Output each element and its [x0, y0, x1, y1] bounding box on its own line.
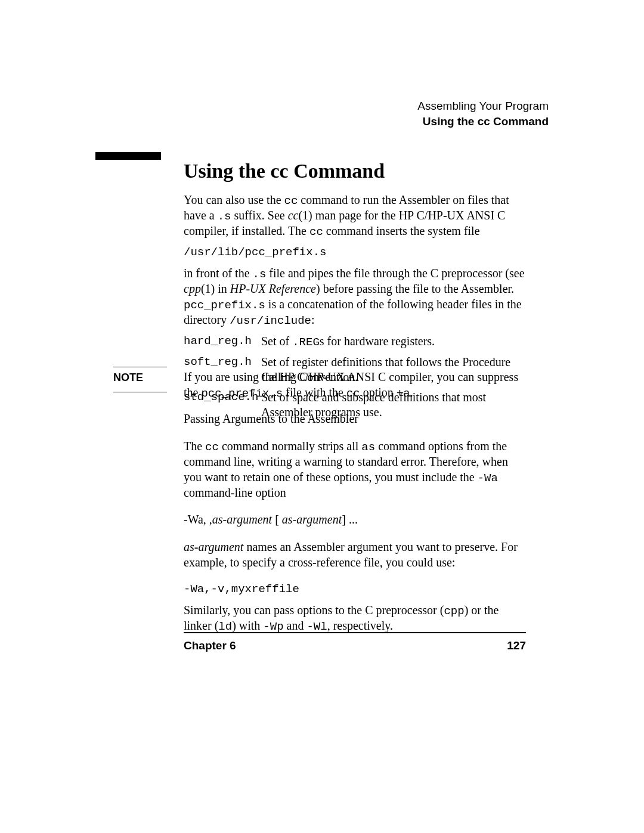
- page-footer: Chapter 6 127: [184, 639, 526, 652]
- emphasis: cpp: [184, 282, 201, 295]
- inline-code: -Wl: [306, 620, 327, 633]
- inline-code: as: [361, 441, 375, 454]
- subsection-title: Passing Arguments to the Assembler: [184, 411, 526, 427]
- text: option: [360, 386, 397, 399]
- emphasis: HP-UX Reference: [230, 282, 316, 295]
- inline-code: .s: [253, 268, 267, 281]
- text: -Wa, ,: [184, 513, 212, 526]
- emphasis: cc: [288, 209, 299, 222]
- running-head-chapter: Assembling Your Program: [417, 98, 549, 114]
- definition-row: hard_reg.h Set of .REGs for hardware reg…: [184, 334, 526, 349]
- inline-code: +a: [397, 387, 410, 400]
- text: Similarly, you can pass options to the C…: [184, 603, 444, 617]
- running-head-section: Using the cc Command: [417, 114, 549, 129]
- inline-code: cc: [309, 225, 323, 239]
- footer-chapter: Chapter 6: [184, 639, 236, 652]
- running-head: Assembling Your Program Using the cc Com…: [417, 98, 549, 129]
- text: (1) in: [201, 282, 230, 295]
- inline-code: pcc_prefix.s: [201, 387, 283, 400]
- text: ) with: [232, 619, 263, 632]
- text: Set of: [261, 335, 292, 348]
- paragraph: Similarly, you can pass options to the C…: [184, 603, 526, 634]
- inline-code: cc: [284, 194, 298, 208]
- paragraph: in front of the .s file and pipes the fi…: [184, 266, 526, 329]
- text: The: [184, 439, 205, 453]
- note-rule: [113, 367, 167, 367]
- emphasis: as-argument: [184, 540, 243, 553]
- text: file and pipes the file through the C pr…: [266, 267, 524, 280]
- footer-page-number: 127: [507, 639, 526, 652]
- definition-desc: Set of .REGs for hardware registers.: [261, 334, 526, 349]
- inline-code: -Wp: [263, 620, 283, 633]
- text: suffix. See: [231, 209, 287, 222]
- inline-code: .REG: [292, 336, 320, 349]
- paragraph: The cc command normally strips all as co…: [184, 439, 526, 501]
- code-block: -Wa,-v,myxreffile: [184, 582, 526, 596]
- inline-code: cc: [205, 441, 219, 454]
- emphasis: as-argument: [212, 513, 272, 526]
- inline-code: pcc_prefix.s: [184, 299, 265, 312]
- note-rule: [113, 392, 167, 392]
- inline-code: .s: [218, 210, 231, 223]
- definition-term: hard_reg.h: [184, 334, 261, 349]
- inline-code: /usr/include: [230, 314, 311, 327]
- inline-code: -Wa: [478, 472, 498, 485]
- note-body: If you are using the HP C/HP-UX ANSI C c…: [184, 370, 526, 401]
- emphasis: as-argument: [282, 513, 342, 526]
- text: file with the: [283, 386, 346, 399]
- syntax-line: -Wa, ,as-argument [ as-argument] ...: [184, 512, 526, 528]
- text: and: [284, 619, 307, 632]
- text: command inserts the system file: [323, 224, 480, 237]
- inline-code: cc: [346, 387, 360, 400]
- inline-code: ld: [218, 620, 232, 633]
- text: .: [410, 386, 413, 399]
- text: You can also use the: [184, 193, 284, 206]
- section-marker-bar: [95, 152, 161, 160]
- note-label: NOTE: [113, 371, 143, 384]
- code-block: /usr/lib/pcc_prefix.s: [184, 245, 526, 259]
- text: ) before passing the file to the Assembl…: [316, 282, 514, 295]
- footer-rule: [184, 632, 526, 633]
- text: :: [311, 313, 315, 326]
- paragraph: as-argument names an Assembler argument …: [184, 540, 526, 570]
- text: [: [272, 513, 282, 526]
- page: Assembling Your Program Using the cc Com…: [0, 0, 644, 833]
- section-title: Using the cc Command: [184, 158, 526, 184]
- subsection: Passing Arguments to the Assembler The c…: [184, 405, 526, 646]
- text: in front of the: [184, 267, 253, 280]
- text: s for hardware registers.: [320, 335, 435, 348]
- text: , respectively.: [327, 619, 393, 632]
- inline-code: cpp: [444, 605, 464, 618]
- text: command-line option: [184, 486, 286, 499]
- paragraph: You can also use the cc command to run t…: [184, 193, 526, 240]
- text: ] ...: [342, 513, 358, 526]
- text: command normally strips all: [219, 439, 361, 453]
